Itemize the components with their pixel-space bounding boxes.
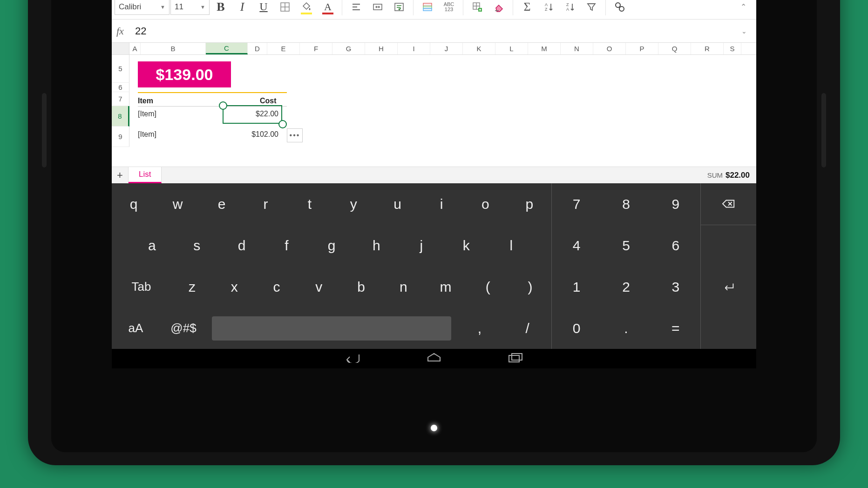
italic-button[interactable]: I — [232, 0, 252, 17]
key-d[interactable]: d — [219, 225, 264, 266]
col-header-G[interactable]: G — [332, 43, 365, 54]
borders-button[interactable] — [275, 0, 295, 17]
nav-recent-icon[interactable] — [507, 353, 523, 365]
key-k[interactable]: k — [444, 225, 488, 266]
column-header-item[interactable]: Item — [138, 97, 153, 105]
key-slash[interactable]: / — [503, 308, 551, 349]
col-header-N[interactable]: N — [561, 43, 593, 54]
key-8[interactable]: 8 — [601, 183, 651, 225]
key-i[interactable]: i — [420, 183, 463, 225]
col-header-E[interactable]: E — [267, 43, 300, 54]
key-7[interactable]: 7 — [552, 183, 601, 225]
key-j[interactable]: j — [399, 225, 444, 266]
col-header-L[interactable]: L — [495, 43, 528, 54]
key-.[interactable]: . — [601, 308, 651, 349]
expand-formula-icon[interactable]: ⌄ — [737, 27, 752, 35]
bold-button[interactable]: B — [210, 0, 231, 17]
key-u[interactable]: u — [375, 183, 419, 225]
key-([interactable]: ( — [467, 266, 509, 308]
key-m[interactable]: m — [425, 266, 467, 308]
number-format-button[interactable]: ABC123 — [439, 0, 459, 17]
row-header-9[interactable]: 9 — [112, 127, 129, 147]
find-button[interactable] — [610, 0, 630, 17]
key-c[interactable]: c — [256, 266, 298, 308]
key-tab[interactable]: Tab — [112, 266, 171, 308]
underline-button[interactable]: U — [253, 0, 274, 17]
add-sheet-button[interactable]: + — [112, 167, 129, 183]
row-header-5[interactable]: 5 — [112, 55, 129, 83]
key-x[interactable]: x — [213, 266, 256, 308]
key-b[interactable]: b — [340, 266, 382, 308]
filter-button[interactable] — [581, 0, 602, 17]
key-symbols[interactable]: @#$ — [160, 308, 208, 349]
key-o[interactable]: o — [463, 183, 507, 225]
key-6[interactable]: 6 — [651, 225, 700, 266]
spreadsheet-grid[interactable]: 56789 $139.00 Item Cost [Item] $22.00 [I… — [112, 55, 756, 167]
key-a[interactable]: a — [129, 225, 174, 266]
row-header-7[interactable]: 7 — [112, 92, 129, 106]
formula-bar[interactable]: fx 22 ⌄ — [112, 20, 756, 43]
selection-handle-tl[interactable] — [219, 101, 227, 110]
col-header-I[interactable]: I — [398, 43, 430, 54]
key-shift[interactable]: aA — [112, 308, 160, 349]
col-header-M[interactable]: M — [528, 43, 561, 54]
key-space[interactable] — [212, 316, 451, 341]
key-2[interactable]: 2 — [601, 266, 651, 308]
font-size-dropdown[interactable]: 11▼ — [170, 0, 210, 15]
key-g[interactable]: g — [309, 225, 354, 266]
cell-item-r9[interactable]: [Item] — [138, 130, 156, 139]
merge-button[interactable] — [367, 0, 388, 17]
key-v[interactable]: v — [298, 266, 340, 308]
key-p[interactable]: p — [508, 183, 551, 225]
col-header-K[interactable]: K — [463, 43, 495, 54]
fill-color-button[interactable] — [296, 0, 317, 17]
context-menu-button[interactable]: ••• — [287, 128, 303, 142]
total-cell[interactable]: $139.00 — [138, 61, 231, 87]
key-z[interactable]: z — [171, 266, 213, 308]
key-q[interactable]: q — [112, 183, 156, 225]
row-header-8[interactable]: 8 — [112, 106, 129, 127]
select-all-corner[interactable] — [112, 43, 129, 54]
key-w[interactable]: w — [156, 183, 199, 225]
col-header-D[interactable]: D — [248, 43, 267, 54]
col-header-P[interactable]: P — [626, 43, 658, 54]
column-header-cost[interactable]: Cost — [260, 97, 277, 105]
col-header-C[interactable]: C — [206, 43, 248, 54]
autosum-button[interactable]: Σ — [517, 0, 537, 17]
cell-styles-button[interactable] — [417, 0, 438, 17]
key-4[interactable]: 4 — [552, 225, 601, 266]
key-comma[interactable]: , — [456, 308, 504, 349]
key-l[interactable]: l — [489, 225, 534, 266]
cell-cost-r9[interactable]: $102.00 — [250, 130, 278, 139]
key-y[interactable]: y — [332, 183, 375, 225]
col-header-O[interactable]: O — [593, 43, 626, 54]
sheet-tab-list[interactable]: List — [129, 167, 162, 183]
key-5[interactable]: 5 — [601, 225, 651, 266]
sort-desc-button[interactable]: ZA — [560, 0, 580, 17]
formula-value[interactable]: 22 — [135, 25, 737, 37]
key-0[interactable]: 0 — [552, 308, 601, 349]
align-left-button[interactable] — [346, 0, 366, 17]
key-f[interactable]: f — [264, 225, 309, 266]
selection-handle-br[interactable] — [278, 120, 287, 128]
wrap-text-button[interactable] — [389, 0, 409, 17]
col-header-F[interactable]: F — [300, 43, 332, 54]
key-9[interactable]: 9 — [651, 183, 700, 225]
font-name-dropdown[interactable]: Calibri▼ — [115, 0, 170, 15]
cell-item-r8[interactable]: [Item] — [138, 110, 156, 118]
nav-back-icon[interactable] — [345, 353, 361, 365]
row-header-6[interactable]: 6 — [112, 83, 129, 92]
clear-button[interactable] — [488, 0, 509, 17]
col-header-S[interactable]: S — [724, 43, 741, 54]
key-1[interactable]: 1 — [552, 266, 601, 308]
col-header-J[interactable]: J — [430, 43, 463, 54]
key-=[interactable]: = — [651, 308, 700, 349]
key-backspace[interactable] — [701, 183, 756, 225]
col-header-A[interactable]: A — [129, 43, 141, 54]
sort-asc-button[interactable]: AZ — [538, 0, 559, 17]
key-h[interactable]: h — [354, 225, 399, 266]
col-header-H[interactable]: H — [365, 43, 398, 54]
col-header-B[interactable]: B — [141, 43, 206, 54]
key-e[interactable]: e — [200, 183, 244, 225]
insert-cells-button[interactable] — [467, 0, 488, 17]
